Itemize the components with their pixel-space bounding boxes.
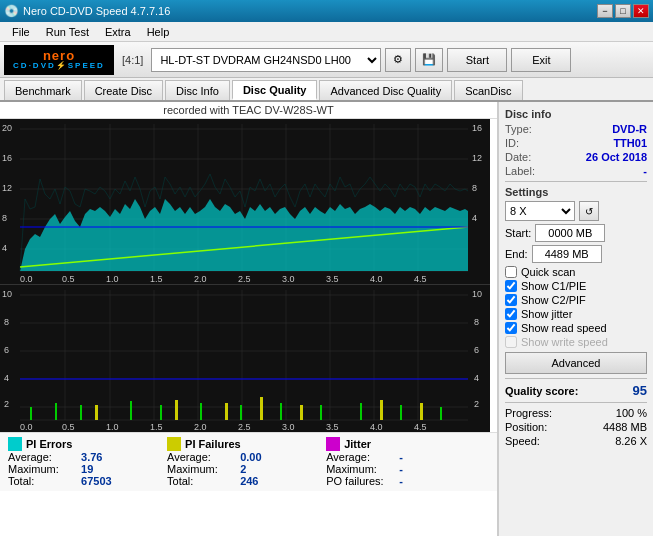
tab-advanced-disc-quality[interactable]: Advanced Disc Quality bbox=[319, 80, 452, 100]
chart-title: recorded with TEAC DV-W28S-WT bbox=[0, 102, 497, 119]
pi-failures-chart: 10 8 6 4 2 10 8 6 4 2 bbox=[0, 284, 490, 432]
save-btn[interactable]: 💾 bbox=[415, 48, 443, 72]
end-mb-input[interactable] bbox=[532, 245, 602, 263]
menu-file[interactable]: File bbox=[4, 22, 38, 41]
settings-icon-btn[interactable]: ⚙ bbox=[385, 48, 411, 72]
tab-create-disc[interactable]: Create Disc bbox=[84, 80, 163, 100]
show-write-speed-row: Show write speed bbox=[505, 336, 647, 348]
show-write-speed-label: Show write speed bbox=[521, 336, 608, 348]
svg-text:3.5: 3.5 bbox=[326, 422, 339, 432]
tab-disc-quality[interactable]: Disc Quality bbox=[232, 80, 318, 100]
jitter-avg-value: - bbox=[399, 451, 469, 463]
drive-selector[interactable]: HL-DT-ST DVDRAM GH24NSD0 LH00 bbox=[151, 48, 381, 72]
svg-text:8: 8 bbox=[472, 183, 477, 193]
svg-text:8: 8 bbox=[4, 317, 9, 327]
date-row: Date: 26 Oct 2018 bbox=[505, 151, 647, 163]
svg-text:2.5: 2.5 bbox=[238, 422, 251, 432]
svg-text:0.5: 0.5 bbox=[62, 422, 75, 432]
id-value: TTH01 bbox=[613, 137, 647, 149]
svg-text:6: 6 bbox=[4, 345, 9, 355]
start-row: Start: bbox=[505, 224, 647, 242]
end-row: End: bbox=[505, 245, 647, 263]
speed-select[interactable]: 8 X 4 X 6 X 12 X 16 X bbox=[505, 201, 575, 221]
start-mb-input[interactable] bbox=[535, 224, 605, 242]
svg-text:4.5: 4.5 bbox=[414, 274, 427, 284]
pi-errors-total-value: 67503 bbox=[81, 475, 151, 487]
po-failures-label: PO failures: bbox=[326, 475, 396, 487]
svg-rect-77 bbox=[320, 405, 322, 420]
pi-errors-avg-value: 3.76 bbox=[81, 451, 151, 463]
svg-text:10: 10 bbox=[472, 289, 482, 299]
position-row: Position: 4488 MB bbox=[505, 421, 647, 433]
advanced-button[interactable]: Advanced bbox=[505, 352, 647, 374]
tab-scan-disc[interactable]: ScanDisc bbox=[454, 80, 522, 100]
svg-rect-75 bbox=[240, 405, 242, 420]
menu-run-test[interactable]: Run Test bbox=[38, 22, 97, 41]
legend: PI Errors Average: 3.76 Maximum: 19 Tota… bbox=[0, 432, 497, 491]
pi-errors-total-label: Total: bbox=[8, 475, 78, 487]
start-mb-label: Start: bbox=[505, 227, 531, 239]
pi-failures-avg-value: 0.00 bbox=[240, 451, 310, 463]
type-label: Type: bbox=[505, 123, 532, 135]
id-label: ID: bbox=[505, 137, 519, 149]
quality-score-value: 95 bbox=[633, 383, 647, 398]
pi-failures-avg-label: Average: bbox=[167, 451, 237, 463]
svg-text:2: 2 bbox=[474, 399, 479, 409]
svg-text:4.0: 4.0 bbox=[370, 274, 383, 284]
progress-value: 100 % bbox=[616, 407, 647, 419]
show-jitter-checkbox[interactable] bbox=[505, 308, 517, 320]
show-c1-pie-checkbox[interactable] bbox=[505, 280, 517, 292]
tab-benchmark[interactable]: Benchmark bbox=[4, 80, 82, 100]
svg-rect-71 bbox=[80, 405, 82, 420]
pi-failures-max-value: 2 bbox=[240, 463, 310, 475]
start-button[interactable]: Start bbox=[447, 48, 507, 72]
show-read-speed-label: Show read speed bbox=[521, 322, 607, 334]
refresh-button[interactable]: ↺ bbox=[579, 201, 599, 221]
pi-failures-color bbox=[167, 437, 181, 451]
svg-text:3.0: 3.0 bbox=[282, 422, 295, 432]
eject-button[interactable]: Exit bbox=[511, 48, 571, 72]
svg-text:1.5: 1.5 bbox=[150, 422, 163, 432]
type-value: DVD-R bbox=[612, 123, 647, 135]
pi-errors-chart: 20 16 12 8 4 16 12 8 4 bbox=[0, 119, 490, 284]
svg-text:12: 12 bbox=[472, 153, 482, 163]
quick-scan-checkbox[interactable] bbox=[505, 266, 517, 278]
svg-text:1.5: 1.5 bbox=[150, 274, 163, 284]
show-c2-pif-checkbox[interactable] bbox=[505, 294, 517, 306]
svg-rect-65 bbox=[260, 397, 263, 420]
maximize-button[interactable]: □ bbox=[615, 4, 631, 18]
svg-text:4: 4 bbox=[4, 373, 9, 383]
pi-failures-max-label: Maximum: bbox=[167, 463, 237, 475]
pi-errors-max-value: 19 bbox=[81, 463, 151, 475]
svg-rect-63 bbox=[175, 400, 178, 420]
svg-text:3.5: 3.5 bbox=[326, 274, 339, 284]
show-c2-pif-row: Show C2/PIF bbox=[505, 294, 647, 306]
disc-info-section-title: Disc info bbox=[505, 108, 647, 120]
jitter-legend: Jitter Average: - Maximum: - PO failures… bbox=[326, 437, 469, 487]
date-value: 26 Oct 2018 bbox=[586, 151, 647, 163]
svg-rect-67 bbox=[380, 400, 383, 420]
jitter-max-label: Maximum: bbox=[326, 463, 396, 475]
right-panel: Disc info Type: DVD-R ID: TTH01 Date: 26… bbox=[498, 102, 653, 536]
show-read-speed-checkbox[interactable] bbox=[505, 322, 517, 334]
divider-3 bbox=[505, 402, 647, 403]
show-write-speed-checkbox[interactable] bbox=[505, 336, 517, 348]
id-row: ID: TTH01 bbox=[505, 137, 647, 149]
progress-label: Progress: bbox=[505, 407, 552, 419]
menu-extra[interactable]: Extra bbox=[97, 22, 139, 41]
quick-scan-label: Quick scan bbox=[521, 266, 575, 278]
divider-2 bbox=[505, 378, 647, 379]
svg-text:4: 4 bbox=[472, 213, 477, 223]
menu-help[interactable]: Help bbox=[139, 22, 178, 41]
settings-section-title: Settings bbox=[505, 186, 647, 198]
svg-rect-66 bbox=[300, 405, 303, 420]
app-icon: 💿 bbox=[4, 4, 19, 18]
svg-text:1.0: 1.0 bbox=[106, 422, 119, 432]
tab-disc-info[interactable]: Disc Info bbox=[165, 80, 230, 100]
jitter-max-value: - bbox=[399, 463, 469, 475]
svg-rect-76 bbox=[280, 403, 282, 420]
toolbar: nero CD·DVD⚡SPEED [4:1] HL-DT-ST DVDRAM … bbox=[0, 42, 653, 78]
close-button[interactable]: ✕ bbox=[633, 4, 649, 18]
minimize-button[interactable]: − bbox=[597, 4, 613, 18]
show-read-speed-row: Show read speed bbox=[505, 322, 647, 334]
